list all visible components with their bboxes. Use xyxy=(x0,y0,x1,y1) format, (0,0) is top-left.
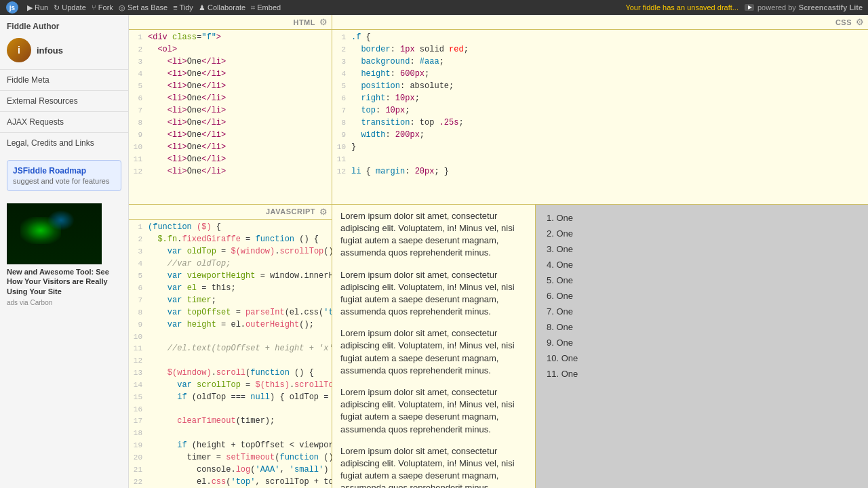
sidebar-item-ajax-requests[interactable]: AJAX Requests xyxy=(0,111,128,132)
ad-title[interactable]: New and Awesome Tool: See How Your Visit… xyxy=(7,267,121,296)
line-number: 7 xyxy=(129,104,148,117)
code-line: 11 xyxy=(332,153,868,165)
code-line: 16 xyxy=(129,403,332,415)
logo-icon: js xyxy=(5,1,19,14)
line-number: 19 xyxy=(129,439,148,451)
run-button[interactable]: ▶ Run xyxy=(27,3,48,12)
line-content: $(window).scroll(function () { xyxy=(148,367,332,379)
code-line: 4 height: 600px; xyxy=(332,68,868,80)
svg-text:js: js xyxy=(9,4,16,12)
line-content: width: 200px; xyxy=(351,129,868,141)
fork-button[interactable]: ⑂ Fork xyxy=(92,3,113,12)
line-content: var scrollTop = $(this).scrollTop(); xyxy=(148,379,332,391)
line-number: 8 xyxy=(129,306,148,319)
code-line: 13 $(window).scroll(function () { xyxy=(129,367,332,379)
line-number: 8 xyxy=(332,117,351,129)
line-number: 5 xyxy=(129,80,148,92)
sidebar-item-fiddle-meta[interactable]: Fiddle Meta xyxy=(0,69,128,90)
line-content: right: 10px; xyxy=(351,92,868,104)
list-item: 8. One xyxy=(547,319,857,335)
embed-button[interactable]: ⌗ Embed xyxy=(251,3,281,12)
code-line: 7 var timer; xyxy=(129,294,332,306)
list-item: 4. One xyxy=(547,257,857,272)
line-content: var oldTop = $(window).scrollTop(); xyxy=(148,245,332,258)
code-line: 5 position: absolute; xyxy=(332,80,868,92)
line-content: height: 600px; xyxy=(351,68,868,80)
code-line: 1<div class="f"> xyxy=(129,31,332,43)
line-content: <div class="f"> xyxy=(148,31,332,43)
result-paragraph: Lorem ipsum dolor sit amet, consectetur … xyxy=(340,210,527,260)
main-layout: Fiddle Author i infous Fiddle Meta Exter… xyxy=(0,15,868,488)
line-content: border: 1px solid red; xyxy=(351,43,868,56)
code-line: 1.f { xyxy=(332,31,868,43)
line-number: 3 xyxy=(129,245,148,258)
code-line: 3 background: #aaa; xyxy=(332,56,868,68)
line-content: if (height + topOffset < viewportHeight)… xyxy=(148,439,332,451)
line-content: $.fn.fixedGiraffe = function () { xyxy=(148,233,332,245)
line-content: var viewportHeight = window.innerHeight; xyxy=(148,270,332,282)
js-code-area[interactable]: 1(function ($) {2 $.fn.fixedGiraffe = fu… xyxy=(129,220,332,488)
list-item: 1. One xyxy=(547,210,857,226)
line-number: 8 xyxy=(129,117,148,129)
line-number: 9 xyxy=(129,129,148,141)
code-line: 7 top: 10px; xyxy=(332,104,868,117)
code-line: 6 var el = this; xyxy=(129,282,332,294)
update-button[interactable]: ↻ Update xyxy=(54,3,86,12)
result-paragraph: Lorem ipsum dolor sit amet, consectetur … xyxy=(340,445,527,488)
js-gear-icon[interactable]: ⚙ xyxy=(319,207,328,217)
code-line: 8 transition: top .25s; xyxy=(332,117,868,129)
list-item: 6. One xyxy=(547,288,857,304)
line-number: 15 xyxy=(129,391,148,403)
list-item: 7. One xyxy=(547,304,857,319)
line-number: 2 xyxy=(129,43,148,56)
tidy-button[interactable]: ≡ Tidy xyxy=(173,3,193,12)
code-line: 14 var scrollTop = $(this).scrollTop(); xyxy=(129,379,332,391)
html-gear-icon[interactable]: ⚙ xyxy=(319,17,328,27)
code-line: 2 $.fn.fixedGiraffe = function () { xyxy=(129,233,332,245)
toolbar-buttons: ▶ Run ↻ Update ⑂ Fork ◎ Set as Base ≡ Ti… xyxy=(27,3,281,12)
code-line: 9 width: 200px; xyxy=(332,129,868,141)
avatar: i xyxy=(7,38,31,62)
line-number: 9 xyxy=(332,129,351,141)
line-number: 1 xyxy=(129,221,148,233)
line-number: 18 xyxy=(129,427,148,439)
line-number: 13 xyxy=(129,367,148,379)
code-line: 5 <li>One</li> xyxy=(129,80,332,92)
line-content: <li>One</li> xyxy=(148,68,332,80)
roadmap-title[interactable]: JSFiddle Roadmap xyxy=(13,166,115,176)
line-number: 10 xyxy=(332,141,351,153)
css-code-area[interactable]: 1.f {2 border: 1px solid red;3 backgroun… xyxy=(332,30,868,204)
line-content: <li>One</li> xyxy=(148,117,332,129)
line-content: clearTimeout(timer); xyxy=(148,415,332,427)
result-pane: Lorem ipsum dolor sit amet, consectetur … xyxy=(332,205,868,488)
code-line: 9 var height = el.outerHeight(); xyxy=(129,319,332,331)
code-line: 12li { margin: 20px; } xyxy=(332,165,868,178)
set-as-base-button[interactable]: ◎ Set as Base xyxy=(119,3,167,12)
line-number: 12 xyxy=(332,165,351,178)
code-line: 2 <ol> xyxy=(129,43,332,56)
line-content: background: #aaa; xyxy=(351,56,868,68)
logo[interactable]: js xyxy=(5,1,19,14)
line-number: 7 xyxy=(332,104,351,117)
list-item: 3. One xyxy=(547,241,857,257)
line-number: 16 xyxy=(129,403,148,415)
username[interactable]: infous xyxy=(37,45,63,56)
sidebar-item-external-resources[interactable]: External Resources xyxy=(0,90,128,111)
code-line: 12 xyxy=(129,354,332,367)
sidebar-item-legal[interactable]: Legal, Credits and Links xyxy=(0,132,128,153)
list-item: 2. One xyxy=(547,226,857,241)
line-number: 7 xyxy=(129,294,148,306)
html-code-area[interactable]: 1<div class="f">2 <ol>3 <li>One</li>4 <l… xyxy=(129,30,332,204)
line-content: <li>One</li> xyxy=(148,141,332,153)
css-gear-icon[interactable]: ⚙ xyxy=(856,17,864,27)
code-line: 4 <li>One</li> xyxy=(129,68,332,80)
code-line: 20 timer = setTimeout(function () { xyxy=(129,451,332,464)
editor-panes-top: HTML ⚙ 1<div class="f">2 <ol>3 <li>One</… xyxy=(129,15,868,204)
line-content: el.css('top', scrollTop + topOffset + 'p… xyxy=(148,476,332,488)
code-line: 10 <li>One</li> xyxy=(129,141,332,153)
code-line: 8 var topOffset = parseInt(el.css('top')… xyxy=(129,306,332,319)
result-content: Lorem ipsum dolor sit amet, consectetur … xyxy=(332,205,536,488)
collaborate-button[interactable]: ♟ Collaborate xyxy=(199,3,245,12)
html-label: HTML xyxy=(293,18,315,26)
line-content: <li>One</li> xyxy=(148,80,332,92)
